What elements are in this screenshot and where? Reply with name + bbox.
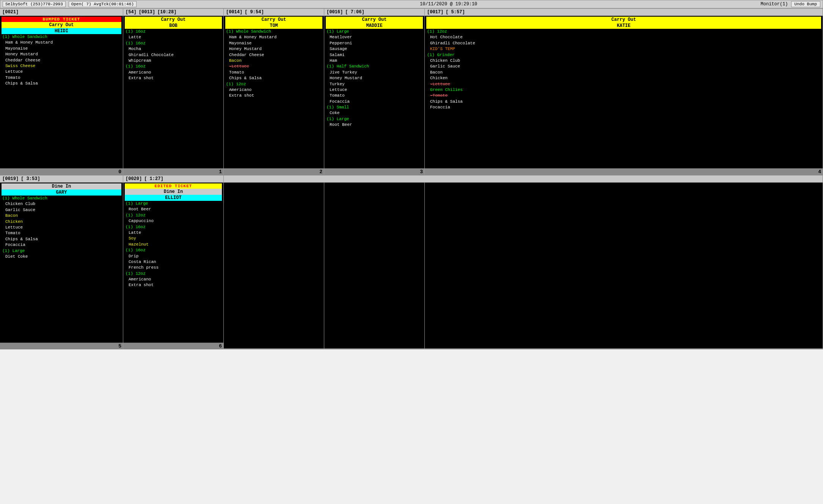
- ticket-row-1: BUMPED TICKET Carry Out HEIDI (1) Whole …: [0, 16, 823, 175]
- item-line: (1) Large: [2, 248, 121, 254]
- item-line: Honey Mustard: [326, 75, 423, 81]
- item-line: Ghiradli Chocolate: [426, 41, 821, 46]
- item-line: (1) 12oz: [125, 271, 222, 277]
- item-line: Chicken Club: [2, 201, 121, 207]
- footer-0014[interactable]: 2: [224, 168, 324, 175]
- open-avg-button[interactable]: Open( 7) AvgTck(00:01:46): [69, 1, 137, 7]
- ticket-empty-2-content: [324, 183, 424, 348]
- item-line: Coke: [326, 110, 423, 116]
- item-line: (1) 16oz: [125, 29, 222, 34]
- ticket-id-0019: [0019]: [2, 176, 19, 182]
- item-line: -Lettuce: [426, 81, 821, 87]
- item-line: Lettuce: [2, 69, 121, 75]
- type-bar-0014: Carry Out: [225, 17, 322, 23]
- item-line: (1) Half Sandwich: [326, 64, 423, 69]
- item-line: -Tomato: [426, 93, 821, 99]
- item-line: Chips & Salsa: [2, 81, 121, 86]
- ticket-0021-content: BUMPED TICKET Carry Out HEIDI (1) Whole …: [0, 16, 123, 168]
- ticket-empty-3: [425, 183, 823, 349]
- type-bar-0021: Carry Out: [2, 22, 121, 28]
- timer-0019: [ 3:53]: [21, 176, 40, 182]
- item-line: French press: [125, 265, 222, 271]
- ticket-0019: Dine In GARY (1) Whole Sandwich Chicken …: [0, 183, 123, 349]
- item-line: Bacon: [225, 58, 322, 64]
- footer-0020[interactable]: 6: [123, 343, 223, 349]
- name-bar-0013: BOB: [125, 23, 222, 29]
- item-line: (1) Large: [125, 201, 222, 207]
- item-line: Swiss Cheese: [2, 63, 121, 69]
- timer-0020: [ 1:27]: [144, 176, 163, 182]
- timer-0013: [10:28]: [157, 9, 176, 15]
- item-line: Americano: [225, 87, 322, 93]
- ticket-0019-content: Dine In GARY (1) Whole Sandwich Chicken …: [0, 183, 123, 343]
- item-line: Tomato: [326, 93, 423, 99]
- item-line: Americano: [125, 70, 222, 75]
- type-bar-0019: Dine In: [2, 183, 121, 189]
- header-cell-empty: [224, 175, 823, 182]
- app-container: SelbySoft (253)770-2993 Open( 7) AvgTck(…: [0, 0, 823, 349]
- header-cell-0013: [54] [0013] [10:28]: [123, 9, 224, 16]
- header-cell-0020: [0020] [ 1:27]: [123, 175, 224, 182]
- item-line: Americano: [125, 277, 222, 282]
- footer-0013[interactable]: 1: [123, 168, 223, 175]
- item-line: (1) Small: [326, 105, 423, 110]
- item-line: Mocha: [125, 46, 222, 52]
- item-line: Garlic Sauce: [426, 64, 821, 69]
- ticket-id-0014: [0014]: [226, 9, 242, 15]
- item-line: Cappuccino: [125, 218, 222, 224]
- item-line: (1) 16oz: [125, 247, 222, 253]
- footer-0016[interactable]: 3: [324, 168, 424, 175]
- item-line: Green Chilies: [426, 87, 821, 93]
- bumped-label-0021: BUMPED TICKET: [2, 17, 121, 22]
- name-bar-0020: ELLIOT: [125, 195, 222, 201]
- item-line: (1) Whole Sandwich: [2, 34, 121, 40]
- name-bar-0021: HEIDI: [2, 28, 121, 34]
- item-line: Ham: [326, 58, 423, 64]
- item-line: Chicken: [2, 219, 121, 225]
- item-line: Lettuce: [2, 225, 121, 230]
- softphone-button[interactable]: SelbySoft (253)770-2993: [3, 1, 66, 7]
- header-cell-0014: [0014] [ 9:54]: [224, 9, 324, 16]
- item-line: Ham & Honey Mustard: [225, 34, 322, 40]
- item-line: (1) Large: [326, 116, 423, 122]
- item-line: Tomato: [2, 75, 121, 81]
- ticket-0013-content: Carry Out BOB (1) 16oz Latte (1) 16oz Mo…: [123, 16, 223, 168]
- undo-bump-button[interactable]: Undo Bump: [791, 1, 820, 7]
- item-line: (1) 12oz: [426, 29, 821, 34]
- item-line: Honey Mustard: [2, 52, 121, 57]
- ticket-0016-content: Carry Out MADDIE (1) Large Meatlover Pep…: [324, 16, 424, 168]
- item-line: Tomato: [2, 230, 121, 236]
- ticket-0017: Carry Out KATIE (1) 12oz Hot Chocolate G…: [425, 16, 823, 175]
- item-line: Focaccia: [326, 99, 423, 105]
- type-bar-0016: Carry Out: [326, 17, 423, 23]
- item-line: Turkey: [326, 81, 423, 87]
- footer-0017[interactable]: 4: [425, 168, 823, 175]
- item-line: Extra shot: [125, 282, 222, 288]
- header-cell-0016: [0016] [ 7:06]: [324, 9, 425, 16]
- item-line: (1) Large: [326, 29, 423, 34]
- footer-0021[interactable]: 0: [0, 168, 123, 175]
- name-bar-0014: TOM: [225, 23, 322, 29]
- item-line: Focaccia: [426, 105, 821, 110]
- datetime-display: 10/11/2020 @ 19:29:10: [140, 2, 758, 7]
- item-line: Extra shot: [225, 93, 322, 99]
- header-cell-0017: [0017] [ 5:57]: [425, 9, 823, 16]
- item-line: (1) 16oz: [125, 64, 222, 69]
- item-line: Mayonaise: [2, 46, 121, 52]
- item-line: Focaccia: [2, 242, 121, 248]
- item-line: Hazelnut: [125, 242, 222, 247]
- ticket-id-0020: [0020]: [126, 176, 142, 182]
- ticket-0020-content: EDITED TICKET Dine In ELLIOT (1) Large R…: [123, 183, 223, 343]
- item-line: (1) 16oz: [125, 224, 222, 230]
- ticket-0014: Carry Out TOM (1) Whole Sandwich Ham & H…: [224, 16, 324, 175]
- footer-0019[interactable]: 5: [0, 343, 123, 349]
- item-line: Chips & Salsa: [426, 99, 821, 105]
- ticket-0013: Carry Out BOB (1) 16oz Latte (1) 16oz Mo…: [123, 16, 224, 175]
- item-line: Honey Mustard: [225, 46, 322, 52]
- item-line: Root Beer: [326, 122, 423, 128]
- ticket-0021: BUMPED TICKET Carry Out HEIDI (1) Whole …: [0, 16, 123, 175]
- item-line: Whipcream: [125, 58, 222, 64]
- item-line: (1) 12oz: [125, 213, 222, 218]
- item-line: (1) Whole Sandwich: [225, 29, 322, 34]
- ticket-0017-content: Carry Out KATIE (1) 12oz Hot Chocolate G…: [425, 16, 823, 168]
